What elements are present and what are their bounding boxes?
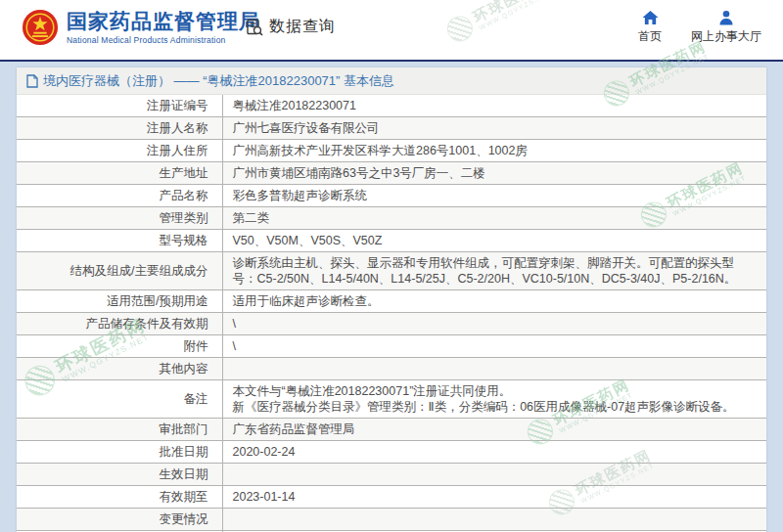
- table-row: 结构及组成/主要组成成分诊断系统由主机、探头、显示器和专用软件组成，可配置穿刺架…: [17, 252, 766, 290]
- table-row: 审批部门广东省药品监督管理局: [17, 419, 766, 441]
- table-row: 注册证编号粤械注准20182230071: [17, 95, 766, 117]
- row-label: 附件: [17, 335, 222, 358]
- table-row: 生产地址广州市黄埔区埔南路63号之中3号厂房一、二楼: [17, 162, 766, 185]
- detail-panel: 境内医疗器械（注册） —— “粤械注准20182230071” 基本信息 注册证…: [17, 67, 766, 532]
- row-label: 产品储存条件及有效期: [17, 313, 222, 335]
- nav-home-label: 首页: [638, 28, 662, 45]
- data-query-label: 数据查询: [269, 17, 336, 37]
- table-row: 注册人名称广州七喜医疗设备有限公司: [17, 117, 766, 140]
- row-value: 彩色多普勒超声诊断系统: [222, 185, 766, 207]
- row-value: [222, 509, 766, 531]
- row-value: 适用于临床超声诊断检查。: [222, 290, 766, 313]
- site-header: 国家药品监督管理局 National Medical Products Admi…: [0, 0, 783, 62]
- user-icon: [718, 10, 734, 25]
- nav-service-hall[interactable]: 网上办事大厅: [691, 10, 761, 45]
- top-nav: 首页 网上办事大厅: [638, 10, 761, 45]
- brand-logo: 国家药品监督管理局 National Medical Products Admi…: [22, 9, 260, 46]
- row-label: 注册人住所: [17, 140, 222, 162]
- row-label: 生产地址: [17, 162, 222, 185]
- row-label: 结构及组成/主要组成成分: [17, 252, 222, 290]
- row-label: 产品名称: [17, 185, 222, 207]
- table-row: 型号规格V50、V50M、V50S、V50Z: [17, 230, 766, 252]
- table-row: 生效日期: [17, 464, 766, 486]
- row-label: 有效期至: [17, 486, 222, 509]
- national-emblem-icon: [22, 9, 59, 46]
- row-label: 审批部门: [17, 419, 222, 441]
- row-label: 注册证编号: [17, 95, 222, 117]
- data-query-icon: [245, 18, 264, 37]
- info-table: 注册证编号粤械注准20182230071注册人名称广州七喜医疗设备有限公司注册人…: [17, 95, 766, 532]
- data-query-tab[interactable]: 数据查询: [245, 17, 336, 37]
- table-row: 适用范围/预期用途适用于临床超声诊断检查。: [17, 290, 766, 313]
- row-label: 注册人名称: [17, 117, 222, 140]
- row-label: 备注: [17, 380, 222, 419]
- row-value: \: [222, 313, 766, 335]
- nav-service-hall-label: 网上办事大厅: [691, 28, 761, 45]
- row-value: 2023-01-14: [222, 486, 766, 509]
- row-value: 广州市黄埔区埔南路63号之中3号厂房一、二楼: [222, 162, 766, 185]
- row-value: 广州七喜医疗设备有限公司: [222, 117, 766, 140]
- row-value: [222, 358, 766, 380]
- table-row: 注册人住所广州高新技术产业开发区科学大道286号1001、1002房: [17, 140, 766, 162]
- table-row: 有效期至2023-01-14: [17, 486, 766, 509]
- org-name-en: National Medical Products Administration: [67, 35, 260, 45]
- row-label: 批准日期: [17, 441, 222, 464]
- row-value: 广东省药品监督管理局: [222, 419, 766, 441]
- row-value: V50、V50M、V50S、V50Z: [222, 230, 766, 252]
- table-row: 产品储存条件及有效期\: [17, 313, 766, 335]
- nav-home[interactable]: 首页: [638, 10, 662, 45]
- breadcrumb: 境内医疗器械（注册） —— “粤械注准20182230071” 基本信息: [17, 67, 766, 95]
- table-row: 变更情况: [17, 509, 766, 531]
- home-icon: [642, 10, 659, 25]
- table-row: 其他内容: [17, 358, 766, 380]
- page-title: 境内医疗器械（注册） —— “粤械注准20182230071” 基本信息: [43, 72, 394, 90]
- row-value: 诊断系统由主机、探头、显示器和专用软件组成，可配置穿刺架、脚踏开关。可配置的探头…: [222, 252, 766, 290]
- row-value: 第二类: [222, 207, 766, 230]
- row-value: 2020-02-24: [222, 441, 766, 464]
- info-table-body: 注册证编号粤械注准20182230071注册人名称广州七喜医疗设备有限公司注册人…: [17, 95, 766, 532]
- row-value: \: [222, 335, 766, 358]
- row-value: 本文件与“粤械注准20182230071”注册证共同使用。 新《医疗器械分类目录…: [222, 380, 766, 419]
- table-row: 附件\: [17, 335, 766, 358]
- table-row: 管理类别第二类: [17, 207, 766, 230]
- content-area: 境内医疗器械（注册） —— “粤械注准20182230071” 基本信息 注册证…: [0, 62, 783, 532]
- row-value: [222, 464, 766, 486]
- row-label: 适用范围/预期用途: [17, 290, 222, 313]
- row-label: 其他内容: [17, 358, 222, 380]
- table-row: 产品名称彩色多普勒超声诊断系统: [17, 185, 766, 207]
- row-label: 变更情况: [17, 509, 222, 531]
- document-icon: [26, 74, 38, 88]
- org-name-zh: 国家药品监督管理局: [67, 10, 260, 33]
- table-row: 备注本文件与“粤械注准20182230071”注册证共同使用。 新《医疗器械分类…: [17, 380, 766, 419]
- row-label: 型号规格: [17, 230, 222, 252]
- row-label: 生效日期: [17, 464, 222, 486]
- table-row: 批准日期2020-02-24: [17, 441, 766, 464]
- row-value: 广州高新技术产业开发区科学大道286号1001、1002房: [222, 140, 766, 162]
- row-value: 粤械注准20182230071: [222, 95, 766, 117]
- row-label: 管理类别: [17, 207, 222, 230]
